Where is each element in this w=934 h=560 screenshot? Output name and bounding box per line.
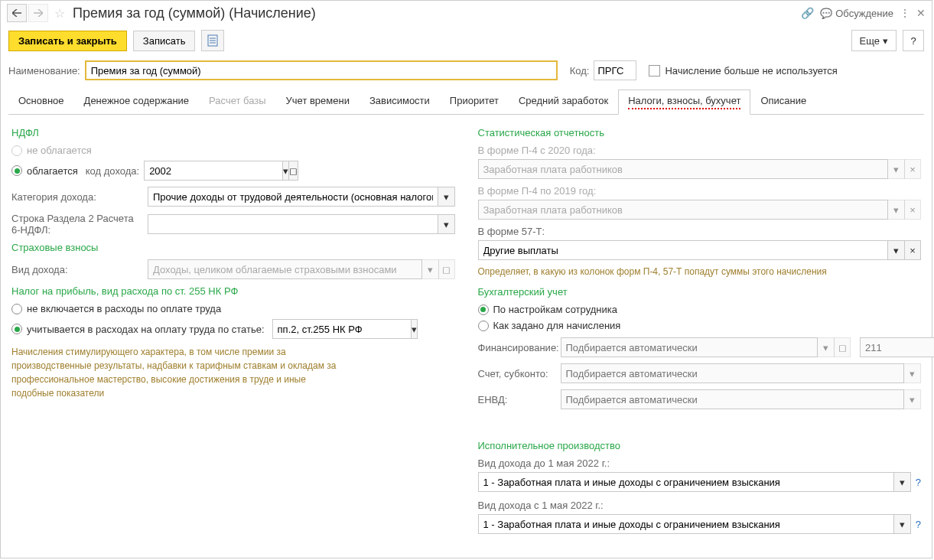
as-set-radio[interactable]: Как задано для начисления (478, 320, 922, 331)
after-input[interactable] (478, 514, 894, 534)
tab-desc[interactable]: Описание (750, 90, 816, 114)
account-input (561, 363, 905, 383)
dropdown-button: ▾ (818, 337, 835, 357)
forward-button[interactable] (28, 4, 48, 22)
insurance-title: Страховые взносы (11, 242, 455, 253)
radio-icon (11, 165, 22, 176)
dropdown-button[interactable]: ▾ (888, 240, 905, 260)
dropdown-button[interactable]: ▾ (894, 514, 911, 534)
discuss-label: Обсуждение (835, 8, 893, 19)
tab-taxes[interactable]: Налоги, взносы, бухучет (618, 90, 750, 115)
open-button: ◻ (834, 337, 851, 357)
dropdown-button[interactable]: ▾ (894, 472, 911, 492)
by-employee-label: По настройкам сотрудника (493, 304, 617, 315)
income-code-input[interactable] (144, 161, 283, 181)
included-label: учитывается в расходах на оплату труда п… (27, 324, 265, 335)
article-input[interactable] (272, 319, 412, 339)
toolbar: Записать и закрыть Записать Еще ▾ ? (1, 25, 932, 56)
dropdown-button[interactable]: ▾ (412, 319, 418, 339)
more-button[interactable]: Еще ▾ (851, 30, 897, 51)
code-label: Код: (570, 65, 590, 77)
name-label: Наименование: (8, 65, 80, 77)
name-input[interactable] (85, 60, 558, 80)
tabs: Основное Денежное содержание Расчет базы… (8, 90, 924, 115)
included-radio[interactable]: учитывается в расходах на оплату труда п… (11, 319, 455, 339)
stat-title: Статистическая отчетность (478, 127, 922, 138)
dropdown-button[interactable]: ▾ (438, 187, 455, 207)
not-used-label: Начисление больше не используется (665, 65, 837, 77)
article-description: Начисления стимулирующего характера, в т… (11, 345, 348, 400)
as-set-label: Как задано для начисления (493, 320, 621, 331)
discuss-button[interactable]: 💬 Обсуждение (820, 8, 893, 19)
finance-label: Финансирование: (478, 342, 555, 353)
clear-button[interactable]: × (904, 240, 921, 260)
radio-icon (11, 145, 22, 156)
p4-2020-input (478, 159, 889, 179)
left-column: НДФЛ не облагается облагается код дохода… (11, 122, 455, 534)
help-button[interactable]: ? (903, 30, 924, 51)
tab-deps[interactable]: Зависимости (360, 90, 440, 114)
category-label: Категория дохода: (11, 191, 142, 203)
exec-title: Исполнительное производство (478, 440, 922, 451)
finance-input (561, 337, 818, 357)
favorite-icon[interactable]: ☆ (54, 6, 65, 21)
close-icon[interactable]: ✕ (916, 7, 926, 19)
ndfl-taxed-radio[interactable]: облагается код дохода: ▾ ◻ (11, 161, 455, 181)
tab-monetary[interactable]: Денежное содержание (74, 90, 199, 114)
radio-icon (478, 304, 489, 315)
not-taxed-label: не облагается (27, 145, 92, 156)
menu-icon[interactable]: ⋮ (900, 7, 910, 19)
category-input[interactable] (148, 187, 438, 207)
ndfl-not-taxed-radio: не облагается (11, 145, 455, 156)
code-input[interactable] (594, 60, 636, 80)
f57t-input[interactable] (478, 240, 889, 260)
acc-title: Бухгалтерский учет (478, 286, 922, 298)
not-included-label: не включается в расходы по оплате труда (27, 303, 221, 314)
tab-base[interactable]: Расчет базы (199, 90, 276, 114)
tab-avg[interactable]: Средний заработок (509, 90, 618, 114)
save-close-button[interactable]: Записать и закрыть (8, 31, 127, 51)
p4-2019-label: В форме П-4 по 2019 год: (478, 185, 922, 197)
after-label: Вид дохода с 1 мая 2022 г.: (478, 500, 922, 511)
open-button: ◻ (438, 259, 455, 279)
envd-input (561, 389, 905, 409)
clear-button: × (904, 200, 921, 220)
income-code-label: код дохода: (86, 165, 139, 177)
more-label: Еще (860, 35, 880, 47)
by-employee-radio[interactable]: По настройкам сотрудника (478, 304, 922, 315)
report-button[interactable] (201, 30, 224, 51)
header-row: Наименование: Код: Начисление больше не … (1, 56, 932, 85)
taxed-label: облагается (27, 165, 78, 177)
not-included-radio[interactable]: не включается в расходы по оплате труда (11, 303, 455, 314)
tab-priority[interactable]: Приоритет (440, 90, 509, 114)
tab-time[interactable]: Учет времени (276, 90, 360, 114)
help-icon[interactable]: ? (916, 519, 921, 530)
dropdown-button[interactable]: ▾ (438, 214, 455, 234)
row2-input[interactable] (148, 214, 438, 234)
dropdown-button: ▾ (904, 363, 921, 383)
ndfl-title: НДФЛ (11, 127, 455, 138)
acc211-input (860, 337, 934, 357)
dropdown-button: ▾ (904, 389, 921, 409)
radio-icon (478, 321, 489, 331)
before-input[interactable] (478, 472, 894, 492)
tab-main[interactable]: Основное (8, 90, 74, 114)
row2-label: Строка Раздела 2 Расчета 6-НДФЛ: (11, 213, 142, 236)
back-button[interactable] (7, 4, 27, 22)
help-icon[interactable]: ? (916, 477, 921, 488)
p4-2020-label: В форме П-4 с 2020 года: (478, 145, 922, 156)
window-title: Премия за год (суммой) (Начисление) (73, 5, 316, 21)
titlebar: ☆ Премия за год (суммой) (Начисление) 🔗 … (1, 1, 932, 25)
tab-taxes-label: Налоги, взносы, бухучет (628, 95, 740, 106)
dropdown-button: ▾ (888, 159, 905, 179)
income-type-input (148, 259, 422, 279)
not-used-checkbox-wrap[interactable]: Начисление больше не используется (649, 65, 837, 77)
chat-icon: 💬 (820, 8, 832, 19)
open-button[interactable]: ◻ (288, 161, 298, 181)
profit-title: Налог на прибыль, вид расхода по ст. 255… (11, 285, 455, 297)
link-icon[interactable]: 🔗 (801, 7, 814, 19)
window: ☆ Премия за год (суммой) (Начисление) 🔗 … (0, 0, 932, 558)
save-button[interactable]: Записать (133, 31, 196, 51)
not-used-checkbox[interactable] (649, 65, 660, 77)
radio-icon (11, 304, 22, 314)
